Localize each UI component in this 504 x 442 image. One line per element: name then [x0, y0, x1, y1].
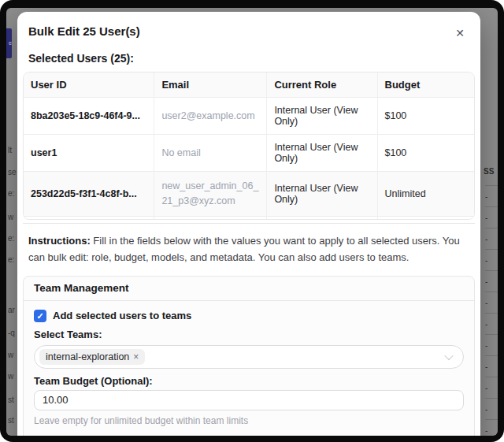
cell-budget: Unlimited: [377, 216, 474, 220]
selected-users-table[interactable]: User ID Email Current Role Budget 8ba203…: [23, 72, 475, 220]
cell-email: No email: [154, 135, 267, 172]
team-tag-label: internal-exploration: [46, 351, 129, 362]
team-select-control[interactable]: internal-exploration ×: [34, 345, 464, 369]
add-users-to-teams-checkbox[interactable]: ✓: [34, 310, 46, 322]
modal-title: Bulk Edit 25 User(s): [28, 24, 140, 38]
background-text-fragment: w: [8, 351, 13, 359]
modal-backdrop[interactable]: e lt se e: w e: e: ar -q w w st st SS - …: [6, 8, 498, 436]
cell-email: new_user_admin_06_21_p3@xyz.com: [154, 172, 267, 217]
table-row: user1 No email Internal User (View Only)…: [24, 135, 474, 172]
cell-budget: $100: [377, 98, 474, 135]
cell-role: Internal User (View Only): [267, 172, 377, 217]
select-teams-label: Select Teams:: [34, 329, 464, 340]
bulk-edit-modal: Bulk Edit 25 User(s) ✕ Selected Users (2…: [17, 12, 480, 436]
cell-user-id: 8ba203e5-18c9-46f4-9...: [24, 98, 154, 135]
background-text-fragment: st: [8, 396, 14, 404]
background-text-fragment: -q: [8, 329, 15, 337]
column-header-budget: Budget: [377, 72, 474, 98]
background-text-fragment: st: [8, 416, 14, 425]
background-text-fragment: e:: [8, 234, 14, 243]
background-text-fragment: w: [8, 213, 13, 221]
team-budget-input[interactable]: [34, 390, 464, 410]
table-row: 5dbd2335-cdd6-47ca-b... inter Internal U…: [24, 216, 474, 220]
table-header-row: User ID Email Current Role Budget: [24, 72, 474, 98]
background-text-fragment: ar: [8, 306, 15, 314]
team-budget-label: Team Budget (Optional):: [34, 376, 464, 387]
cell-email: inter: [154, 216, 267, 220]
background-table-fragment: SS - - - - - - - - - - - -: [480, 118, 498, 436]
remove-tag-icon[interactable]: ×: [133, 351, 139, 362]
column-header-user-id: User ID: [24, 72, 154, 98]
background-text-fragment: e:: [8, 255, 14, 264]
cell-email: user2@example.com: [154, 98, 267, 135]
window-frame: e lt se e: w e: e: ar -q w w st st SS - …: [0, 0, 504, 442]
cell-budget: Unlimited: [377, 172, 474, 217]
instructions-text: Instructions: Fill in the fields below w…: [28, 233, 469, 266]
table-row: 8ba203e5-18c9-46f4-9... user2@example.co…: [24, 98, 474, 135]
background-text-fragment: e:: [8, 189, 14, 198]
team-management-title: Team Management: [24, 277, 474, 301]
background-column-header: SS: [484, 167, 494, 176]
instructions-label: Instructions:: [28, 235, 91, 247]
cell-role: Internal User (View Only): [267, 98, 377, 135]
background-text-fragment: lt: [8, 146, 12, 154]
budget-helper-text: Leave empty for unlimited budget within …: [34, 415, 464, 426]
background-text-fragment: se: [8, 168, 17, 176]
cell-role: Internal User (View Only): [267, 135, 377, 172]
team-management-card: Team Management ✓ Add selected users to …: [23, 276, 475, 436]
column-header-email: Email: [154, 72, 267, 98]
close-button[interactable]: ✕: [452, 24, 468, 42]
cell-user-id: 5dbd2335-cdd6-47ca-b...: [24, 216, 154, 220]
background-button-fragment: e: [6, 28, 12, 58]
cell-role: Internal User (View Only): [267, 216, 377, 220]
cell-budget: $100: [377, 135, 474, 172]
selected-users-heading: Selected Users (25):: [28, 52, 469, 65]
chevron-down-icon[interactable]: [444, 351, 453, 360]
cell-user-id: 253d22d5-f3f1-4c8f-b...: [24, 172, 154, 217]
column-header-current-role: Current Role: [267, 72, 377, 98]
background-text-fragment: w: [8, 372, 13, 381]
close-icon: ✕: [455, 27, 465, 39]
table-row: 253d22d5-f3f1-4c8f-b... new_user_admin_0…: [24, 172, 474, 217]
cell-user-id: user1: [24, 135, 154, 172]
selected-team-tag: internal-exploration ×: [39, 349, 145, 365]
section-divider: [23, 223, 475, 224]
add-users-to-teams-label: Add selected users to teams: [53, 310, 191, 321]
